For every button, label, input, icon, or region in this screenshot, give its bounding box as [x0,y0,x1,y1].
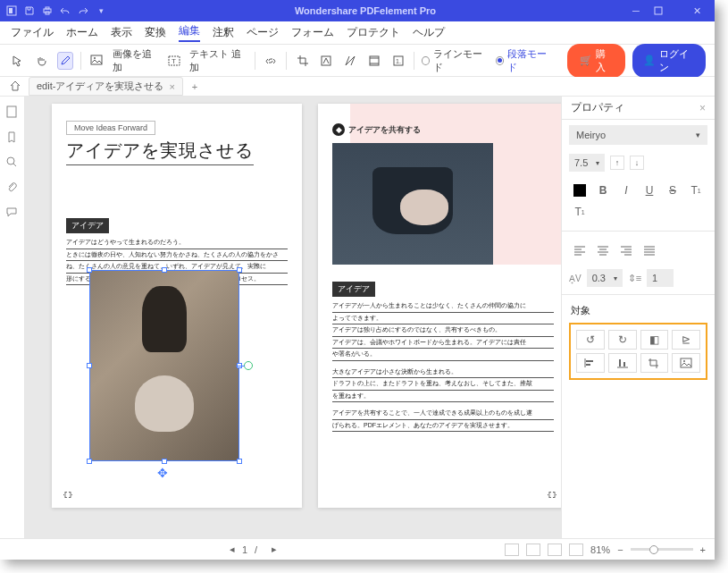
resize-handle-bm[interactable] [162,459,167,464]
rotate-left-button[interactable]: ↺ [576,330,605,350]
menu-annotate[interactable]: 注釈 [213,25,234,40]
menu-file[interactable]: ファイル [11,25,54,40]
menu-form[interactable]: フォーム [291,25,334,40]
font-size-input[interactable]: 7.5▾ [569,154,605,172]
menu-convert[interactable]: 変換 [145,25,166,40]
font-family-select[interactable]: Meiryo▾ [569,125,707,145]
attachments-icon[interactable] [5,181,20,195]
maximize-button[interactable] [654,6,679,15]
resize-handle-tm[interactable] [162,267,167,273]
panel-close-icon[interactable]: × [699,102,706,114]
rotate-handle[interactable] [244,361,253,370]
resize-handle-tr[interactable] [237,267,242,273]
svg-rect-24 [623,362,625,367]
svg-text:1.: 1. [396,58,401,64]
align-obj-bottom-button[interactable] [608,353,637,373]
link-tool-icon[interactable] [262,52,279,70]
resize-handle-br[interactable] [237,459,242,464]
replace-image-button[interactable] [672,353,700,373]
align-justify-button[interactable] [639,240,660,260]
paragraph-mode-radio[interactable]: 段落モード [496,47,553,74]
add-image-label[interactable]: 画像を追加 [113,47,158,74]
align-right-button[interactable] [615,240,637,260]
menu-help[interactable]: ヘルプ [413,25,445,40]
page-next-button[interactable]: ▸ [272,544,277,555]
view-continuous-button[interactable] [526,544,540,556]
strikethrough-button[interactable]: S [662,181,683,200]
zoom-slider[interactable] [631,548,693,551]
minimize-button[interactable]: ─ [623,5,649,16]
move-icon[interactable]: ✥ [157,466,168,480]
menu-view[interactable]: 表示 [111,25,132,40]
align-center-button[interactable] [592,240,614,260]
crop-tool-icon[interactable] [294,52,311,70]
zoom-in-button[interactable]: + [700,544,706,555]
underline-button[interactable]: U [639,181,660,200]
search-icon[interactable] [5,156,20,170]
dropdown-icon[interactable]: ▾ [95,4,107,17]
resize-handle-bl[interactable] [87,459,92,464]
tab-close-icon[interactable]: × [169,81,174,92]
app-logo-icon [5,4,18,17]
background-tool-icon[interactable] [342,52,359,70]
flip-horizontal-button[interactable]: ◧ [640,330,669,350]
line-spacing-input[interactable]: 1 [647,269,674,287]
line-mode-radio[interactable]: ラインモード [422,47,489,74]
thumbnails-icon[interactable] [5,105,20,120]
document-tab-label: edit-アイディアを実現させる [37,80,163,93]
resize-handle-ml[interactable] [87,363,92,368]
svg-point-17 [7,157,14,164]
crop-object-button[interactable] [640,353,669,373]
redo-icon[interactable] [77,4,89,17]
close-button[interactable]: ✕ [684,5,709,17]
body-text: アイデアが一人から生まれることは少なく、たくさんの仲間の協力に よってできます。… [332,300,554,432]
menu-edit[interactable]: 編集 [179,23,200,42]
hand-tool-icon[interactable] [33,52,50,70]
print-icon[interactable] [41,4,54,17]
undo-icon[interactable] [59,4,71,17]
flip-vertical-button[interactable]: ⊵ [672,330,700,350]
bold-button[interactable]: B [592,181,614,200]
page-prev-button[interactable]: ◂ [230,544,235,555]
rotate-right-button[interactable]: ↻ [608,330,637,350]
buy-button[interactable]: 🛒購入 [567,44,625,78]
add-image-icon[interactable] [88,52,105,70]
menu-page[interactable]: ページ [247,25,279,40]
edit-tool-icon[interactable] [57,52,74,70]
zoom-out-button[interactable]: − [617,544,623,555]
header-footer-icon[interactable] [366,52,383,70]
pdf-page-2[interactable]: ◆アイデアを共有する アイデア アイデアが一人から生まれることは少なく、たくさん… [318,104,561,508]
menu-protect[interactable]: プロテクト [347,25,400,40]
document-canvas[interactable]: Move Ideas Forward アイデアを実現させる アイデア アイデアは… [25,97,561,538]
watermark-tool-icon[interactable] [318,52,335,70]
add-text-icon[interactable]: T [165,52,182,70]
select-tool-icon[interactable] [9,52,26,70]
comments-icon[interactable] [5,206,20,220]
object-section-label: 対象 [562,299,715,319]
page-number-ornament: ⦃⦄ [63,491,73,499]
text-color-swatch[interactable] [569,181,590,200]
align-left-button[interactable] [569,240,590,260]
document-tab[interactable]: edit-アイディアを実現させる × [29,77,183,96]
font-size-down[interactable]: ↓ [630,156,644,170]
view-grid-button[interactable] [569,544,583,556]
italic-button[interactable]: I [615,181,637,200]
char-spacing-input[interactable]: 0.3▾ [587,269,623,287]
superscript-button[interactable]: T1 [685,181,707,200]
subscript-button[interactable]: T1 [569,202,590,222]
login-button[interactable]: 👤ログイン [632,44,706,78]
menu-home[interactable]: ホーム [66,25,98,40]
view-single-button[interactable] [505,544,519,556]
view-facing-button[interactable] [548,544,562,556]
bates-number-icon[interactable]: 1. [389,52,406,70]
home-tab-icon[interactable] [9,80,23,94]
selected-image[interactable]: ✥ [89,270,239,461]
align-obj-left-button[interactable] [576,353,605,373]
bookmarks-icon[interactable] [5,131,20,145]
save-icon[interactable] [23,4,36,17]
font-size-up[interactable]: ↑ [610,156,624,170]
new-tab-button[interactable]: + [188,81,201,92]
pdf-page-1[interactable]: Move Ideas Forward アイデアを実現させる アイデア アイデアは… [52,104,302,508]
resize-handle-tl[interactable] [87,267,92,273]
add-text-label[interactable]: テキスト 追加 [189,47,247,74]
